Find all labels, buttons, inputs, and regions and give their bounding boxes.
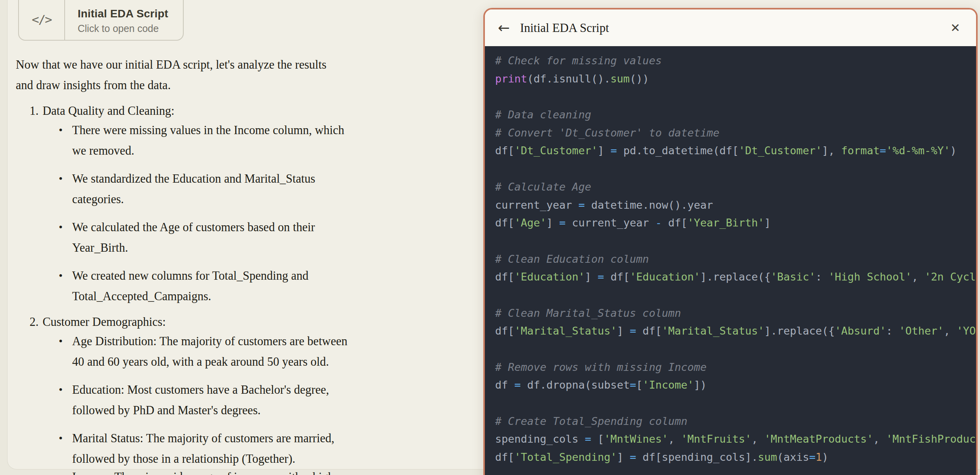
list-item: We created new columns for Total_Spendin… — [30, 266, 473, 307]
numbered-item: 1. Data Quality and Cleaning: — [30, 102, 473, 120]
code-line: df['Education'] = df['Education'].replac… — [495, 268, 976, 286]
code-line — [495, 286, 976, 304]
code-line — [495, 160, 976, 178]
code-line: df['Age'] = current_year - df['Year_Birt… — [495, 214, 976, 232]
close-button[interactable]: ✕ — [950, 22, 960, 34]
bullet-list: Age Distribution: The majority of custom… — [30, 331, 473, 475]
list-section-demographics: 2. Customer Demographics: Age Distributi… — [16, 313, 473, 475]
code-line — [495, 340, 976, 358]
code-line: df = df.dropna(subset=['Income']) — [495, 376, 976, 394]
artifact-panel-header: ← Initial EDA Script ✕ — [485, 9, 976, 46]
code-line: current_year = datetime.now().year — [495, 196, 976, 214]
code-line: spending_cols = ['MntWines', 'MntFruits'… — [495, 430, 976, 448]
list-item: Marital Status: The majority of customer… — [30, 428, 473, 469]
code-line: print(df.isnull().sum()) — [495, 70, 976, 88]
numbered-item: 2. Customer Demographics: — [30, 313, 473, 331]
code-line: df['Total_Spending'] = df[spending_cols]… — [495, 448, 976, 466]
list-item: Education: Most customers have a Bachelo… — [30, 380, 473, 421]
code-editor[interactable]: # Check for missing valuesprint(df.isnul… — [485, 46, 976, 475]
code-icon-glyph: </> — [32, 12, 52, 26]
code-artifact-chip[interactable]: </> Initial EDA Script Click to open cod… — [18, 0, 184, 41]
back-arrow-icon: ← — [498, 20, 510, 36]
code-line — [495, 394, 976, 412]
code-line: # Clean Education column — [495, 250, 976, 268]
item-title: Customer Demographics: — [43, 313, 166, 331]
code-line: # Check for missing values — [495, 52, 976, 70]
code-line: # Calculate Age — [495, 178, 976, 196]
list-item: We calculated the Age of customers based… — [30, 217, 473, 258]
artifact-panel-title: Initial EDA Script — [520, 21, 609, 35]
code-icon: </> — [19, 0, 65, 40]
close-icon: ✕ — [950, 21, 960, 35]
artifact-chip-title: Initial EDA Script — [78, 7, 183, 20]
list-item: We standardized the Education and Marita… — [30, 168, 473, 209]
list-section-data-quality: 1. Data Quality and Cleaning: There were… — [16, 102, 473, 307]
code-line: # Convert 'Dt_Customer' to datetime — [495, 124, 976, 142]
code-line: # Remove rows with missing Income — [495, 358, 976, 376]
item-number: 1. — [30, 102, 39, 120]
code-line — [495, 232, 976, 250]
artifact-panel: ← Initial EDA Script ✕ # Check for missi… — [483, 8, 978, 475]
list-item: Age Distribution: The majority of custom… — [30, 331, 473, 372]
list-item: Income: There is a wide range of incomes… — [30, 467, 473, 475]
code-artifact-chip-body: Initial EDA Script Click to open code — [65, 0, 183, 40]
item-title: Data Quality and Cleaning: — [43, 102, 175, 120]
assistant-message: Now that we have our initial EDA script,… — [16, 50, 473, 475]
code-line: df['Dt_Customer'] = pd.to_datetime(df['D… — [495, 142, 976, 160]
message-intro: Now that we have our initial EDA script,… — [16, 54, 473, 95]
artifact-chip-subtitle: Click to open code — [78, 23, 183, 34]
code-line: # Data cleaning — [495, 106, 976, 124]
back-button[interactable]: ← — [498, 21, 510, 35]
bullet-list: There were missing values in the Income … — [30, 120, 473, 307]
code-line: # Create Total_Spending column — [495, 412, 976, 430]
code-line: # Clean Marital_Status column — [495, 304, 976, 322]
code-line: df['Marital_Status'] = df['Marital_Statu… — [495, 322, 976, 340]
list-item: There were missing values in the Income … — [30, 120, 473, 161]
item-number: 2. — [30, 313, 39, 331]
code-line — [495, 88, 976, 106]
